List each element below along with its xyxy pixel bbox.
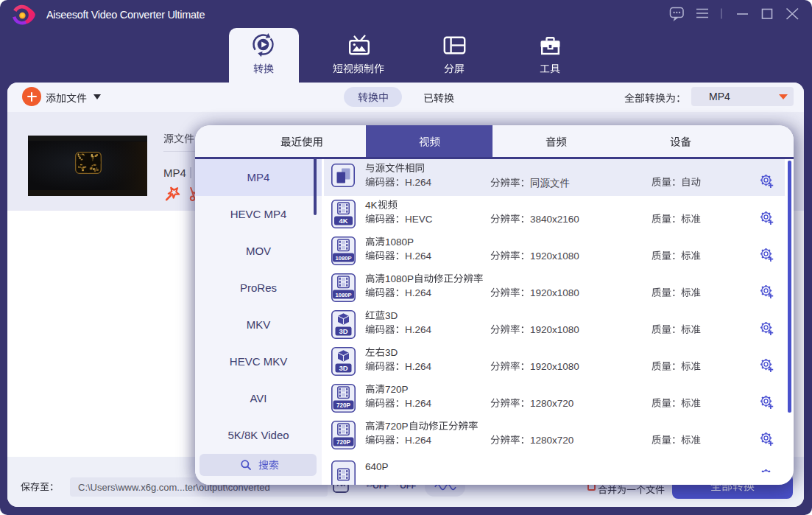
svg-text:1080P: 1080P [336, 254, 352, 261]
svg-text:1080P: 1080P [336, 291, 352, 298]
svg-text:720P: 720P [336, 438, 351, 445]
svg-text:720P: 720P [336, 402, 351, 408]
svg-text:3D: 3D [339, 326, 347, 334]
svg-text:3D: 3D [339, 363, 347, 371]
svg-text:4K: 4K [339, 216, 347, 224]
